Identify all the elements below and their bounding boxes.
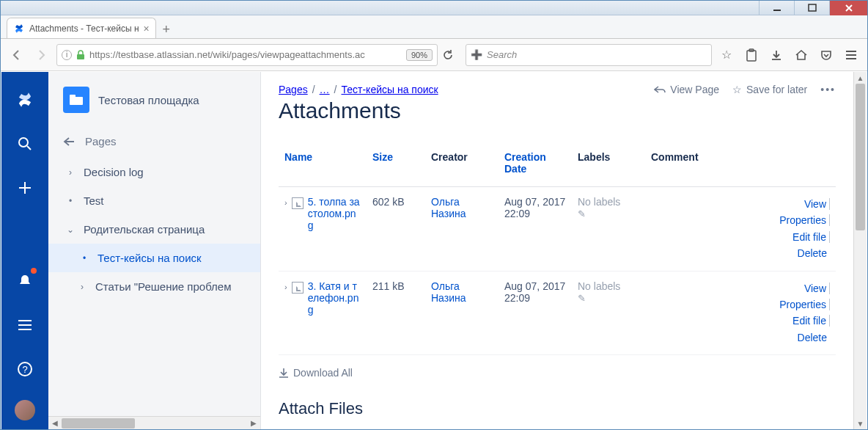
main-content: Pages / … / Тест-кейсы на поиск View Pag… (261, 72, 853, 429)
info-icon: i (62, 50, 72, 60)
image-file-icon (292, 197, 304, 209)
col-name[interactable]: Name (279, 144, 367, 187)
action-properties[interactable]: Properties (779, 299, 830, 310)
bookmark-star-icon[interactable]: ☆ (716, 45, 737, 65)
file-link[interactable]: 5. толпа за столом.png (308, 196, 361, 231)
attach-files-heading: Attach Files (279, 399, 836, 418)
help-icon[interactable]: ? (12, 356, 38, 382)
pages-header[interactable]: Pages (48, 125, 260, 158)
tree-item-articles[interactable]: ›Статьи "Решение проблем (48, 272, 260, 301)
image-file-icon (292, 282, 304, 294)
nav-menu-icon[interactable] (12, 312, 38, 338)
search-engine-icon: ➕ (471, 49, 482, 60)
notifications-icon[interactable] (12, 268, 38, 294)
address-bar[interactable]: i https://testbase.atlassian.net/wiki/pa… (56, 44, 438, 66)
table-row: ›5. толпа за столом.png 602 kB Ольга Наз… (279, 187, 836, 272)
reload-button[interactable] (442, 49, 461, 61)
action-view[interactable]: View (804, 283, 830, 294)
window-close-button[interactable] (829, 1, 867, 15)
url-text: https://testbase.atlassian.net/wiki/page… (89, 49, 402, 60)
menu-icon[interactable] (841, 45, 861, 65)
svg-rect-9 (70, 95, 76, 98)
tree-horizontal-scrollbar[interactable]: ◀ ▶ (48, 416, 260, 429)
file-link[interactable]: 3. Катя и телефон.png (308, 280, 361, 316)
file-date: Aug 07, 2017 22:09 (499, 271, 572, 355)
tree-item-test[interactable]: •Test (48, 186, 260, 215)
pages-label: Pages (85, 135, 117, 147)
creator-link[interactable]: Ольга Назина (431, 196, 466, 219)
expand-row-icon[interactable]: › (284, 280, 287, 316)
labels-text: No labels (578, 196, 620, 208)
svg-rect-8 (70, 97, 83, 105)
browser-tab[interactable]: Attachments - Тест-кейсы н × (7, 18, 156, 38)
user-avatar[interactable] (15, 400, 35, 420)
star-icon: ☆ (732, 84, 742, 95)
browser-toolbar: i https://testbase.atlassian.net/wiki/pa… (1, 39, 867, 71)
view-page-button[interactable]: View Page (654, 84, 719, 95)
tab-strip: Attachments - Тест-кейсы н × + (1, 15, 867, 39)
creator-link[interactable]: Ольга Назина (431, 280, 466, 304)
table-row: ›3. Катя и телефон.png 211 kB Ольга Нази… (279, 271, 836, 355)
pocket-icon[interactable] (816, 45, 836, 65)
breadcrumb: Pages / … / Тест-кейсы на поиск (279, 84, 438, 95)
breadcrumb-mid[interactable]: … (320, 84, 330, 95)
home-icon[interactable] (791, 45, 812, 65)
vertical-scrollbar[interactable]: ▲ ▼ (853, 72, 867, 429)
action-delete[interactable]: Delete (798, 247, 830, 259)
attachments-table: Name Size Creator Creation Date Labels C… (279, 144, 836, 355)
row-actions: View Properties Edit file Delete (645, 187, 836, 272)
file-size: 602 kB (367, 187, 425, 272)
back-arrow-icon (63, 136, 75, 147)
svg-rect-2 (77, 54, 84, 59)
edit-labels-icon[interactable]: ✎ (578, 208, 586, 219)
search-icon[interactable] (12, 131, 38, 157)
action-edit-file[interactable]: Edit file (792, 231, 830, 243)
reply-icon (654, 85, 666, 94)
action-properties[interactable]: Properties (779, 214, 830, 226)
breadcrumb-root[interactable]: Pages (279, 84, 308, 95)
search-placeholder: Search (487, 49, 517, 60)
action-delete[interactable]: Delete (798, 332, 830, 343)
lock-icon (76, 50, 85, 60)
download-all-button[interactable]: Download All (279, 367, 836, 379)
more-actions-button[interactable]: ••• (820, 84, 836, 95)
window-maximize-button[interactable] (794, 1, 829, 15)
svg-text:?: ? (22, 364, 27, 375)
save-for-later-button[interactable]: ☆ Save for later (732, 84, 807, 95)
window-minimize-button[interactable] (759, 1, 794, 15)
space-header[interactable]: Тестовая площадка (48, 87, 260, 125)
svg-rect-3 (747, 51, 756, 61)
edit-labels-icon[interactable]: ✎ (578, 293, 586, 304)
downloads-icon[interactable] (766, 45, 787, 65)
new-tab-button[interactable]: + (156, 21, 177, 38)
clipboard-icon[interactable] (741, 45, 762, 65)
action-edit-file[interactable]: Edit file (792, 315, 830, 327)
back-button[interactable] (7, 45, 27, 65)
col-size[interactable]: Size (367, 144, 425, 187)
forward-button[interactable] (32, 45, 52, 65)
page-content: ? Тестовая площадка Pages ›Decision log … (1, 72, 867, 429)
svg-point-5 (19, 138, 28, 147)
search-box[interactable]: ➕ Search (466, 44, 712, 66)
tree-items: ›Decision log •Test ⌄Родительская страни… (48, 158, 260, 301)
tab-title: Attachments - Тест-кейсы н (29, 23, 139, 34)
tree-item-decision-log[interactable]: ›Decision log (48, 158, 260, 186)
breadcrumb-leaf[interactable]: Тест-кейсы на поиск (341, 84, 438, 95)
expand-row-icon[interactable]: › (284, 196, 287, 231)
download-icon (279, 368, 289, 378)
zoom-level[interactable]: 90% (406, 49, 433, 61)
col-creator: Creator (425, 144, 499, 187)
window-titlebar (1, 1, 867, 15)
tab-close-icon[interactable]: × (144, 23, 150, 34)
col-date[interactable]: Creation Date (499, 144, 572, 187)
browser-window: Attachments - Тест-кейсы н × + i https:/… (0, 0, 868, 430)
tree-item-test-cases[interactable]: •Тест-кейсы на поиск (48, 244, 260, 272)
tree-item-parent-page[interactable]: ⌄Родительская страница (48, 215, 260, 244)
create-icon[interactable] (12, 175, 38, 201)
confluence-logo-icon[interactable] (12, 87, 38, 113)
col-labels: Labels (572, 144, 645, 187)
labels-text: No labels (578, 280, 620, 292)
ellipsis-icon: ••• (820, 84, 836, 95)
notification-dot (31, 268, 37, 274)
action-view[interactable]: View (804, 198, 830, 210)
